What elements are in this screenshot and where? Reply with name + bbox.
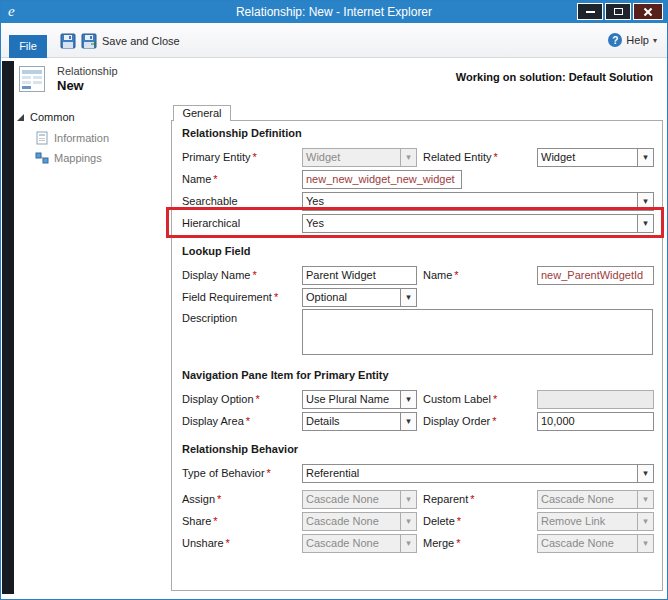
minimize-button[interactable] bbox=[577, 3, 603, 20]
section-relationship-definition: Relationship Definition Primary Entity* … bbox=[182, 127, 653, 233]
related-entity-label: Related Entity* bbox=[423, 151, 537, 163]
reparent-select: Cascade None▾ bbox=[537, 490, 654, 509]
minimize-icon bbox=[586, 11, 595, 13]
display-name-input[interactable] bbox=[302, 266, 417, 285]
help-icon: ? bbox=[608, 33, 622, 47]
type-of-behavior-label: Type of Behavior* bbox=[182, 467, 302, 479]
tab-general[interactable]: General bbox=[173, 105, 231, 121]
dropdown-arrow-icon: ▾ bbox=[400, 535, 416, 552]
share-delete-row: Share* Cascade None▾ Delete* Remove Link… bbox=[182, 511, 653, 531]
primary-entity-select: Widget▾ bbox=[302, 148, 417, 167]
merge-select: Cascade None▾ bbox=[537, 534, 654, 553]
sidebar-item-label: Information bbox=[54, 132, 109, 144]
record-type-label: Relationship bbox=[57, 65, 118, 77]
dropdown-arrow-icon: ▾ bbox=[637, 513, 653, 530]
dropdown-arrow-icon: ▾ bbox=[400, 289, 416, 306]
share-select: Cascade None▾ bbox=[302, 512, 417, 531]
dropdown-arrow-icon: ▾ bbox=[637, 465, 653, 482]
display-name-label: Display Name* bbox=[182, 269, 302, 281]
required-marker: * bbox=[493, 393, 497, 405]
required-marker: * bbox=[470, 493, 474, 505]
close-icon bbox=[643, 7, 653, 17]
display-order-label: Display Order* bbox=[423, 415, 537, 427]
primary-entity-row: Primary Entity* Widget▾ Related Entity* … bbox=[182, 147, 653, 167]
maximize-icon bbox=[614, 8, 623, 15]
required-marker: * bbox=[246, 415, 250, 427]
window-title: Relationship: New - Internet Explorer bbox=[1, 1, 667, 23]
required-marker: * bbox=[267, 467, 271, 479]
dropdown-arrow-icon: ▾ bbox=[400, 491, 416, 508]
nav-group-common[interactable]: Common bbox=[17, 111, 167, 123]
hierarchical-label: Hierarchical bbox=[182, 217, 302, 229]
searchable-row: Searchable Yes▾ bbox=[182, 191, 653, 211]
close-button[interactable] bbox=[633, 3, 663, 20]
name-label: Name* bbox=[182, 173, 302, 185]
section-navigation-pane: Navigation Pane Item for Primary Entity … bbox=[182, 369, 653, 431]
description-row: Description bbox=[182, 309, 653, 357]
lookup-name-input[interactable] bbox=[537, 266, 654, 285]
help-label: Help bbox=[626, 34, 649, 46]
display-area-select[interactable]: Details▾ bbox=[302, 412, 417, 431]
help-menu[interactable]: ? Help ▾ bbox=[608, 33, 657, 47]
related-entity-select[interactable]: Widget▾ bbox=[537, 148, 654, 167]
display-option-row: Display Option* Use Plural Name▾ Custom … bbox=[182, 389, 653, 409]
relationship-entity-icon bbox=[19, 66, 45, 96]
searchable-label: Searchable bbox=[182, 195, 302, 207]
form-panel: Relationship Definition Primary Entity* … bbox=[171, 120, 663, 591]
assign-reparent-row: Assign* Cascade None▾ Reparent* Cascade … bbox=[182, 489, 653, 509]
navigation-sidebar: Common Information Mappings bbox=[17, 109, 167, 589]
required-marker: * bbox=[213, 173, 217, 185]
primary-entity-label: Primary Entity* bbox=[182, 151, 302, 163]
name-row: Name* bbox=[182, 169, 653, 189]
display-order-input[interactable] bbox=[537, 412, 654, 431]
delete-select: Remove Link▾ bbox=[537, 512, 654, 531]
section-title: Relationship Definition bbox=[182, 127, 653, 139]
custom-label-input bbox=[537, 390, 654, 409]
display-area-row: Display Area* Details▾ Display Order* bbox=[182, 411, 653, 431]
file-menu-button[interactable]: File bbox=[9, 35, 47, 58]
save-and-close-label: Save and Close bbox=[102, 35, 180, 47]
type-of-behavior-select[interactable]: Referential▾ bbox=[302, 464, 654, 483]
sidebar-item-mappings[interactable]: Mappings bbox=[35, 151, 167, 165]
reparent-label: Reparent* bbox=[423, 493, 537, 505]
window-controls bbox=[577, 3, 663, 20]
dropdown-arrow-icon: ▾ bbox=[400, 149, 416, 166]
type-of-behavior-row: Type of Behavior* Referential▾ bbox=[182, 463, 653, 483]
section-title: Relationship Behavior bbox=[182, 443, 653, 455]
save-icon bbox=[60, 33, 76, 49]
unshare-label: Unshare* bbox=[182, 537, 302, 549]
display-area-label: Display Area* bbox=[182, 415, 302, 427]
name-input[interactable] bbox=[302, 170, 462, 189]
field-requirement-select[interactable]: Optional▾ bbox=[302, 288, 417, 307]
required-marker: * bbox=[252, 269, 256, 281]
save-button[interactable] bbox=[58, 31, 78, 51]
save-and-close-button[interactable]: Save and Close bbox=[81, 31, 180, 51]
sidebar-item-information[interactable]: Information bbox=[35, 131, 167, 145]
hierarchical-row: Hierarchical Yes▾ bbox=[182, 213, 653, 233]
dropdown-arrow-icon: ▾ bbox=[637, 149, 653, 166]
required-marker: * bbox=[217, 493, 221, 505]
required-marker: * bbox=[256, 393, 260, 405]
working-solution-label: Working on solution: Default Solution bbox=[456, 71, 653, 83]
field-requirement-label: Field Requirement* bbox=[182, 291, 302, 303]
dropdown-arrow-icon: ▾ bbox=[637, 535, 653, 552]
required-marker: * bbox=[454, 269, 458, 281]
section-lookup-field: Lookup Field Display Name* Name* Field R… bbox=[182, 245, 653, 357]
required-marker: * bbox=[493, 151, 497, 163]
nav-group-label: Common bbox=[30, 111, 75, 123]
lookup-name-label: Name* bbox=[423, 269, 537, 281]
required-marker: * bbox=[274, 291, 278, 303]
display-option-select[interactable]: Use Plural Name▾ bbox=[302, 390, 417, 409]
required-marker: * bbox=[213, 515, 217, 527]
sidebar-item-label: Mappings bbox=[54, 152, 102, 164]
hierarchical-select[interactable]: Yes▾ bbox=[302, 214, 654, 233]
information-icon bbox=[35, 131, 49, 145]
maximize-button[interactable] bbox=[605, 3, 631, 20]
section-title: Lookup Field bbox=[182, 245, 653, 257]
page-header: Relationship New Working on solution: De… bbox=[15, 58, 661, 105]
dropdown-arrow-icon: ▾ bbox=[400, 513, 416, 530]
custom-label-label: Custom Label* bbox=[423, 393, 537, 405]
title-bar: e Relationship: New - Internet Explorer bbox=[1, 1, 667, 23]
description-textarea[interactable] bbox=[302, 309, 653, 355]
searchable-select[interactable]: Yes▾ bbox=[302, 192, 654, 211]
